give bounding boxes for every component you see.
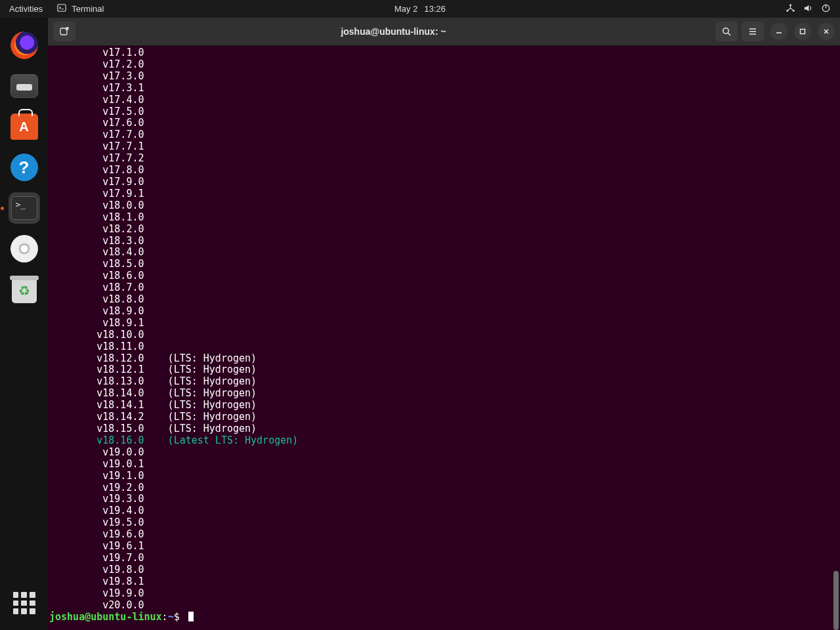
hamburger-icon [747,26,758,37]
version-line: v17.7.2 [49,153,840,165]
terminal-body[interactable]: v17.1.0 v17.2.0 v17.3.0 v17.3.1 v17.4.0 … [48,46,840,630]
svg-point-7 [723,28,728,33]
search-button[interactable] [715,22,738,41]
dock-software[interactable] [9,111,40,142]
version-line: v17.7.1 [49,141,840,153]
terminal-header: joshua@ubuntu-linux: ~ [48,18,840,46]
version-line: v17.6.0 [49,117,840,129]
version-line: v18.11.0 [49,341,840,353]
files-icon [10,74,38,98]
app-menu-label: Terminal [72,4,104,14]
version-line: v18.14.1 (LTS: Hydrogen) [49,400,840,411]
version-line: v18.9.0 [49,306,840,318]
dock-help[interactable]: ? [9,152,40,183]
prompt-path: ~ [168,611,174,623]
search-icon [721,26,732,37]
version-line: v18.13.0 (LTS: Hydrogen) [49,376,840,388]
version-line: v18.6.0 [49,270,840,282]
version-line: v18.12.0 (LTS: Hydrogen) [49,353,840,365]
close-button[interactable] [818,23,835,40]
version-line: v17.8.0 [49,165,840,177]
app-menu[interactable]: Terminal [52,3,109,14]
window-title: joshua@ubuntu-linux: ~ [75,26,711,37]
version-line: v17.9.0 [49,177,840,188]
version-line: v19.1.0 [49,471,840,482]
version-line: v18.2.0 [49,224,840,236]
status-area[interactable] [786,3,840,15]
svg-rect-5 [826,4,826,8]
close-icon [822,28,830,35]
network-icon [786,3,795,15]
prompt-line[interactable]: joshua@ubuntu-linux:~$ [49,612,840,623]
maximize-button[interactable] [794,23,811,40]
version-line: v19.5.0 [49,517,840,529]
disc-icon [10,235,38,262]
dock-terminal[interactable] [9,192,40,224]
version-line: v19.2.0 [49,482,840,494]
version-line: v18.8.0 [49,294,840,306]
dock: ? [0,18,48,630]
show-applications-button[interactable] [13,592,35,614]
version-line: v19.8.0 [49,564,840,576]
gnome-topbar: Activities Terminal May 2 13:26 [0,0,840,18]
version-line: v19.7.0 [49,553,840,564]
minimize-button[interactable] [770,23,788,40]
version-line: v18.1.0 [49,212,840,224]
prompt-user-host: joshua@ubuntu-linux [49,611,162,623]
version-line: v17.7.0 [49,129,840,141]
version-line: v18.7.0 [49,282,840,294]
power-icon [821,3,831,15]
version-line: v19.6.0 [49,529,840,541]
version-line: v18.15.0 (LTS: Hydrogen) [49,423,840,435]
version-line: v17.3.0 [49,71,840,83]
software-icon [10,114,38,140]
trash-icon [12,276,37,303]
version-line: v17.4.0 [49,94,840,106]
version-line: v17.9.1 [49,188,840,200]
version-line-latest: v18.16.0 (Latest LTS: Hydrogen) [49,435,840,447]
dock-disc[interactable] [9,233,40,264]
version-line: v18.10.0 [49,329,840,341]
prompt-colon: : [162,611,168,623]
version-line: v18.9.1 [49,318,840,329]
version-line: v17.5.0 [49,106,840,118]
version-line: v19.6.1 [49,541,840,553]
version-line: v19.8.1 [49,576,840,588]
hamburger-menu-button[interactable] [742,22,764,41]
dock-firefox[interactable] [9,30,40,61]
version-line: v19.3.0 [49,494,840,505]
version-line: v20.0.0 [49,600,840,612]
version-line: v17.3.1 [49,83,840,94]
svg-rect-0 [58,5,66,12]
terminal-menu-icon [57,3,66,14]
terminal-icon [11,196,37,220]
terminal-window: joshua@ubuntu-linux: ~ v17.1.0 v17.2.0 v… [48,18,840,630]
version-line: v19.0.1 [49,459,840,471]
version-line: v17.2.0 [49,59,840,71]
clock[interactable]: May 2 13:26 [394,4,446,14]
version-line: v18.0.0 [49,200,840,212]
svg-rect-8 [801,30,805,34]
help-icon: ? [10,154,38,181]
version-line: v18.4.0 [49,247,840,259]
prompt-symbol: $ [174,611,186,623]
new-tab-button[interactable] [53,22,75,41]
version-line: v18.5.0 [49,259,840,270]
version-line: v19.0.0 [49,447,840,459]
version-line: v18.3.0 [49,236,840,247]
version-line: v18.12.1 (LTS: Hydrogen) [49,364,840,376]
version-line: v18.14.2 (LTS: Hydrogen) [49,411,840,423]
scrollbar-thumb[interactable] [833,571,839,630]
clock-time: 13:26 [424,4,446,14]
minimize-icon [775,28,783,35]
firefox-icon [10,32,38,59]
activities-button[interactable]: Activities [0,4,52,14]
version-line: v19.4.0 [49,505,840,517]
cursor [188,612,194,621]
maximize-icon [799,28,807,35]
version-line: v17.1.0 [49,47,840,59]
volume-icon [803,3,813,15]
dock-files[interactable] [9,70,40,102]
new-tab-icon [59,26,70,37]
dock-trash[interactable] [9,274,40,305]
